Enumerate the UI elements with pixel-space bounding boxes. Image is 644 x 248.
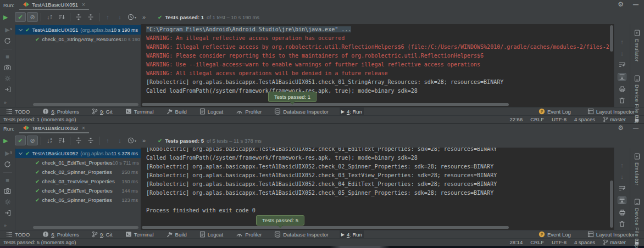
test-settings-icon[interactable] [4, 75, 11, 82]
console-horizontal-scrollbar[interactable] [142, 226, 509, 229]
tool-window-emulator[interactable]: Emulator [634, 30, 640, 62]
line-ending[interactable]: CRLF [530, 239, 544, 245]
console-vertical-scrollbar[interactable] [610, 25, 613, 52]
tab-testa1basicuix052[interactable]: TestA1BasicUIX052 × [19, 123, 89, 133]
rerun-icon[interactable]: ▶9 [5, 150, 9, 156]
expand-all-icon[interactable] [73, 12, 84, 22]
thread-dump-icon[interactable] [4, 188, 11, 194]
soft-wrap-icon[interactable] [619, 185, 626, 191]
scroll-up-icon[interactable]: ↑ [620, 38, 624, 45]
show-passed-icon[interactable]: ✔ [15, 12, 26, 22]
chevron-down-icon[interactable] [19, 27, 23, 31]
close-tab-icon[interactable]: × [82, 2, 85, 8]
more-actions-icon[interactable]: » [138, 12, 149, 22]
stop-icon[interactable]: ■ [5, 177, 9, 183]
chevron-down-icon[interactable] [19, 150, 23, 154]
show-ignored-icon[interactable]: ⊘ [27, 136, 38, 145]
clear-all-icon[interactable] [619, 221, 625, 227]
tool-window-run[interactable]: ▶ 4: Run [340, 230, 364, 239]
test-tree-row[interactable]: ✔ check_01_EditText_Properties 10 s 711 … [15, 158, 141, 167]
collapse-all-icon[interactable] [85, 12, 96, 22]
tool-window-todo[interactable]: TODO [4, 230, 31, 239]
event-log-button[interactable]: Event Log [537, 230, 573, 239]
tool-window-git[interactable]: 9: Git [90, 230, 114, 239]
next-occurrence-icon[interactable]: ↓ [114, 136, 125, 145]
tab-testa1basicuix051[interactable]: TestA1BasicUIX051 × [19, 0, 89, 10]
test-tree-row[interactable]: ✔ check_01_StringArray_Resources 10 s 19… [15, 35, 141, 44]
tool-window-git[interactable]: 9: Git [90, 108, 114, 116]
tool-window-problems[interactable]: 6: Problems [41, 230, 81, 239]
scroll-down-icon[interactable]: ↓ [620, 50, 624, 57]
test-tree-row[interactable]: ✔ check_04_EditText_Properties 144 ms [15, 186, 141, 195]
import-test-results-icon[interactable] [4, 210, 11, 216]
layout-inspector-button[interactable]: Layout Inspector [586, 108, 636, 116]
print-icon[interactable] [619, 209, 626, 216]
clear-all-icon[interactable] [619, 97, 625, 104]
tool-window-build[interactable]: Build [165, 108, 188, 116]
indent-setting[interactable]: 4 spaces [574, 239, 595, 245]
tree-horizontal-scrollbar[interactable] [33, 103, 138, 106]
test-settings-icon[interactable] [4, 199, 11, 205]
file-encoding[interactable]: UTF-8 [552, 239, 567, 245]
more-actions-icon[interactable]: » [138, 136, 149, 145]
file-encoding[interactable]: UTF-8 [552, 116, 567, 122]
tool-window-todo[interactable]: TODO [4, 108, 31, 116]
tool-window-device-file-explorer[interactable]: Device File Explorer [634, 199, 640, 248]
previous-occurrence-icon[interactable]: ↑ [102, 136, 113, 145]
show-passed-icon[interactable]: ✔ [15, 136, 26, 145]
git-branch-widget[interactable]: master [603, 115, 626, 123]
indent-setting[interactable]: 4 spaces [574, 116, 595, 122]
test-tree-row[interactable]: ✔ check_03_TextView_Properties 150 ms [15, 177, 141, 186]
tool-window-profiler[interactable]: Profiler [234, 230, 263, 239]
line-ending[interactable]: CRLF [530, 116, 544, 122]
test-history-icon[interactable]: ▾ [126, 136, 137, 145]
tool-window-logcat[interactable]: Logcat [198, 230, 225, 239]
tool-window-problems[interactable]: 6: Problems [41, 108, 81, 116]
expand-all-icon[interactable] [73, 136, 84, 145]
more-toolbar-icon[interactable]: » [4, 100, 7, 105]
tool-window-profiler[interactable]: Profiler [234, 108, 263, 116]
soft-wrap-icon[interactable] [619, 61, 626, 68]
caret-position[interactable]: 22:66 [509, 116, 523, 122]
collapse-all-icon[interactable] [85, 136, 96, 145]
tree-horizontal-scrollbar[interactable] [33, 226, 138, 229]
rerun-tests-icon[interactable]: ▶ [3, 137, 14, 144]
tool-window-logcat[interactable]: Logcat [198, 108, 225, 116]
git-branch-widget[interactable]: master [603, 238, 626, 246]
rerun-icon[interactable]: ▶9 [5, 27, 9, 33]
toggle-auto-test-icon[interactable] [4, 161, 11, 168]
previous-occurrence-icon[interactable]: ↑ [102, 12, 113, 22]
event-log-button[interactable]: Event Log [537, 108, 573, 116]
settings-gear-icon[interactable]: ⚙ [618, 1, 624, 8]
test-history-icon[interactable]: ▾ [126, 12, 137, 22]
layout-inspector-button[interactable]: Layout Inspector [586, 230, 636, 239]
tool-window-database-inspector[interactable]: Database Inspector [273, 108, 330, 116]
thread-dump-icon[interactable] [4, 64, 11, 71]
test-tree-root-row[interactable]: ✔ TestA1BasicUIX051 (org.aplas.basica 10… [15, 25, 141, 35]
test-tree-root-row[interactable]: ✔ TestA1BasicUIX052 (org.aplas.basica 11… [15, 149, 141, 158]
tool-window-run[interactable]: ▶ 4: Run [340, 108, 364, 116]
scroll-down-icon[interactable]: ↓ [620, 173, 624, 180]
tool-window-terminal[interactable]: Terminal [124, 108, 156, 116]
sort-by-duration-icon[interactable] [56, 136, 67, 145]
console-horizontal-scrollbar[interactable] [142, 103, 509, 106]
show-ignored-icon[interactable]: ⊘ [27, 12, 38, 22]
sort-alphabetically-icon[interactable]: ↓az [44, 136, 55, 145]
tool-window-build[interactable]: Build [165, 230, 188, 239]
sort-by-duration-icon[interactable] [56, 12, 67, 22]
rerun-tests-icon[interactable]: ▶ [3, 14, 14, 21]
settings-gear-icon[interactable]: ⚙ [618, 124, 624, 132]
sort-alphabetically-icon[interactable]: ↓az [44, 12, 55, 22]
console-vertical-scrollbar[interactable] [610, 181, 613, 228]
hide-tool-window-icon[interactable]: — [633, 2, 639, 8]
tool-window-database-inspector[interactable]: Database Inspector [273, 230, 330, 239]
more-toolbar-icon[interactable]: » [4, 223, 7, 228]
tool-window-emulator[interactable]: Emulator [634, 153, 640, 185]
close-tab-icon[interactable]: × [82, 125, 85, 131]
hide-tool-window-icon[interactable]: — [633, 125, 639, 131]
stop-icon[interactable]: ■ [5, 54, 9, 60]
test-tree-row[interactable]: ✔ check_02_Spinner_Properties 250 ms [15, 167, 141, 177]
toggle-auto-test-icon[interactable] [4, 37, 11, 44]
scroll-up-icon[interactable]: ↑ [620, 162, 624, 168]
scroll-to-end-icon[interactable] [618, 73, 626, 81]
